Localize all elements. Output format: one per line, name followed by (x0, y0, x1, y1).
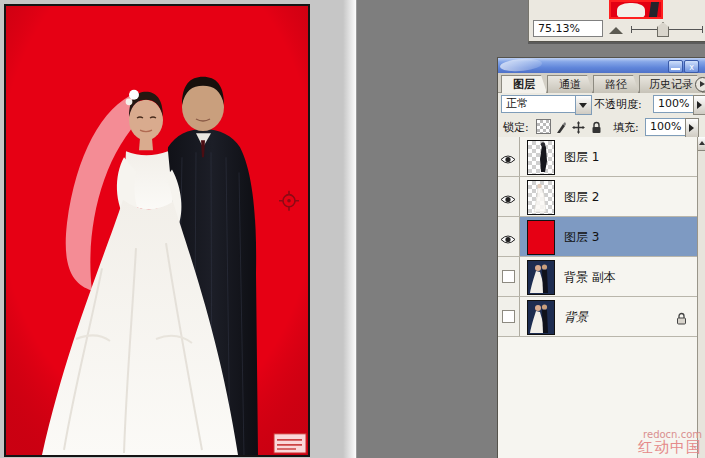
visibility-cell[interactable] (498, 177, 520, 216)
visibility-checkbox-empty[interactable] (502, 310, 515, 323)
layers-list: 图层 1 图层 2 (498, 137, 705, 458)
opacity-slider-button[interactable] (693, 95, 705, 115)
layer-row-background-copy[interactable]: 背景 副本 (498, 257, 698, 297)
navigator-preview-thumbnail[interactable] (609, 0, 663, 19)
layer-thumbnail[interactable] (527, 220, 555, 255)
visibility-checkbox-empty[interactable] (502, 270, 515, 283)
fill-label: 填充: (613, 120, 639, 135)
tab-history[interactable]: 历史记录 (639, 75, 703, 93)
panel-tab-bar: 图层 通道 路径 历史记录 (498, 73, 705, 93)
layer-name: 背景 (564, 309, 588, 326)
layer-name: 图层 2 (564, 189, 599, 206)
photo-stamp-watermark (274, 434, 306, 453)
chevron-right-icon (697, 101, 702, 109)
layers-scrollbar[interactable] (697, 137, 705, 458)
lock-position-move-icon[interactable] (572, 119, 585, 132)
tab-paths[interactable]: 路径 (593, 75, 639, 93)
close-button[interactable]: x (684, 60, 699, 73)
zoom-out-icon[interactable] (609, 27, 623, 34)
navigator-panel: 75.13% (528, 0, 705, 42)
zoom-slider[interactable] (631, 22, 703, 36)
layer-thumbnail[interactable] (527, 140, 555, 175)
lock-all-padlock-icon[interactable] (590, 119, 603, 132)
blend-mode-dropdown-button[interactable] (575, 95, 592, 115)
opacity-label: 不透明度: (594, 97, 642, 112)
layer-row-background[interactable]: 背景 (498, 297, 698, 337)
layer-thumbnail[interactable] (527, 260, 555, 295)
opacity-input[interactable]: 100% (653, 95, 697, 113)
chevron-right-icon (689, 124, 694, 132)
blend-mode-row: 正常 不透明度: 100% (498, 92, 705, 115)
fill-input[interactable]: 100% (645, 118, 689, 136)
document-window (0, 0, 357, 458)
tab-channels[interactable]: 通道 (547, 75, 593, 93)
eye-icon[interactable] (500, 230, 516, 241)
chevron-down-icon (579, 103, 587, 108)
eye-icon[interactable] (500, 150, 516, 161)
panel-titlebar[interactable]: x (498, 58, 705, 73)
layer-name: 图层 1 (564, 149, 599, 166)
wedding-photo (6, 6, 308, 455)
layer-name: 图层 3 (564, 229, 599, 246)
layers-panel: x 图层 通道 路径 历史记录 正常 不透明度: 100% 锁定: (497, 57, 705, 458)
slider-tick (631, 26, 632, 33)
zoom-percent-input[interactable]: 75.13% (533, 20, 603, 37)
fill-slider-button[interactable] (685, 118, 699, 138)
lock-label: 锁定: (503, 120, 529, 135)
scroll-up-icon[interactable] (698, 137, 705, 151)
visibility-cell[interactable] (498, 297, 520, 336)
eye-icon[interactable] (500, 190, 516, 201)
lock-image-brush-icon[interactable] (554, 119, 567, 132)
layer-row-layer3-selected[interactable]: 图层 3 (498, 217, 698, 257)
minimize-icon (671, 68, 680, 70)
layer-thumbnail[interactable] (527, 180, 555, 215)
layer-row-layer1[interactable]: 图层 1 (498, 137, 698, 177)
layer-thumbnail[interactable] (527, 300, 555, 335)
layer-name: 背景 副本 (564, 269, 616, 286)
minimize-button[interactable] (668, 60, 683, 73)
panel-menu-icon[interactable] (695, 77, 705, 92)
tab-layers[interactable]: 图层 (501, 75, 547, 93)
visibility-cell[interactable] (498, 217, 520, 256)
close-icon: x (687, 64, 696, 71)
lock-row: 锁定: 填充: 100% (498, 115, 705, 138)
blend-mode-select[interactable]: 正常 (501, 95, 579, 113)
visibility-cell[interactable] (498, 257, 520, 296)
site-watermark: redocn.com 红动中国 (638, 430, 702, 456)
visibility-cell[interactable] (498, 137, 520, 176)
document-canvas[interactable] (4, 4, 310, 457)
layer-row-layer2[interactable]: 图层 2 (498, 177, 698, 217)
photoshop-workspace: 75.13% x 图层 通道 路径 历史记录 正常 不透明度: 100% (0, 0, 705, 458)
zoom-slider-thumb[interactable] (657, 22, 669, 37)
watermark-name: 红动中国 (638, 440, 702, 456)
layer-lock-icon (676, 310, 687, 323)
lock-transparency-icon[interactable] (536, 119, 551, 134)
slider-tick (702, 26, 703, 33)
